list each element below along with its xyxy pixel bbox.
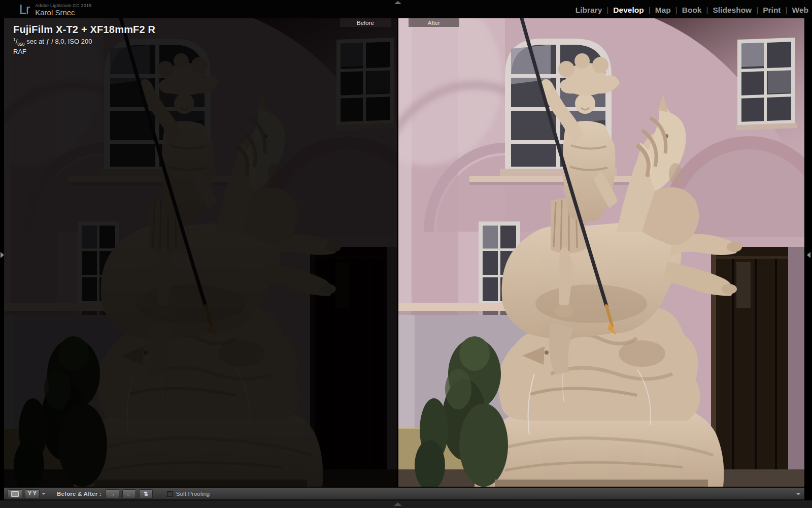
- before-image-panel[interactable]: FujiFilm X-T2 + XF18mmF2 R 1/850 sec at …: [4, 18, 397, 487]
- module-web[interactable]: Web: [792, 6, 808, 15]
- module-separator: |: [649, 6, 651, 15]
- module-separator: |: [756, 6, 758, 15]
- before-after-yy-icon: YY: [28, 491, 36, 496]
- module-print[interactable]: Print: [763, 6, 781, 15]
- module-separator: |: [606, 6, 608, 15]
- copy-after-settings-to-before-button[interactable]: ←: [122, 489, 136, 498]
- module-develop[interactable]: Develop: [613, 6, 644, 15]
- after-label-badge: After: [409, 18, 459, 27]
- before-after-view-button[interactable]: YY: [25, 489, 40, 498]
- module-library[interactable]: Library: [576, 6, 602, 15]
- exposure-info: 1/850 sec at ƒ / 8,0, ISO 200: [13, 37, 155, 47]
- after-photo: [398, 18, 804, 487]
- photo-info-overlay: FujiFilm X-T2 + XF18mmF2 R 1/850 sec at …: [13, 24, 155, 55]
- identity-plate: Lr Adobe Lightroom CC 2015 Karol Srnec: [19, 2, 91, 17]
- before-after-view-dropdown-icon[interactable]: [42, 493, 46, 495]
- collapse-top-panel-arrow-icon[interactable]: [394, 1, 401, 4]
- module-slideshow[interactable]: Slideshow: [713, 6, 752, 15]
- before-after-label: Before & After :: [57, 491, 101, 497]
- copy-before-settings-to-after-button[interactable]: →: [106, 489, 119, 498]
- before-label-badge: Before: [340, 18, 391, 27]
- app-title: Adobe Lightroom CC 2015: [35, 3, 91, 8]
- show-filmstrip-arrow-icon[interactable]: [394, 502, 402, 506]
- bottom-strip: [0, 500, 812, 508]
- swap-arrows-icon: ⇅: [144, 491, 148, 497]
- top-bar: Lr Adobe Lightroom CC 2015 Karol Srnec L…: [0, 0, 812, 18]
- show-left-panel-arrow-icon[interactable]: [1, 252, 4, 258]
- loupe-view-button[interactable]: [8, 489, 22, 498]
- module-separator: |: [675, 6, 678, 15]
- soft-proofing-label: Soft Proofing: [176, 491, 210, 497]
- identity-name: Karol Srnec: [35, 8, 91, 17]
- lightroom-logo: Lr: [19, 2, 29, 17]
- before-photo: [4, 18, 397, 487]
- show-right-panel-arrow-icon[interactable]: [807, 252, 810, 258]
- after-image-panel[interactable]: After: [398, 18, 804, 487]
- left-arrow-icon: ←: [126, 491, 132, 497]
- swap-before-after-button[interactable]: ⇅: [139, 489, 153, 498]
- before-after-stage: FujiFilm X-T2 + XF18mmF2 R 1/850 sec at …: [4, 18, 804, 487]
- soft-proofing-checkbox[interactable]: [167, 491, 173, 497]
- module-map[interactable]: Map: [655, 6, 671, 15]
- module-picker: Library | Develop | Map | Book | Slidesh…: [576, 6, 808, 15]
- camera-lens-info: FujiFilm X-T2 + XF18mmF2 R: [13, 24, 155, 36]
- loupe-view-icon: [11, 491, 19, 497]
- file-format-label: RAF: [13, 48, 155, 55]
- module-separator: |: [786, 6, 788, 15]
- toolbar-options-caret-icon[interactable]: [796, 493, 801, 495]
- soft-proofing-group: Soft Proofing: [167, 491, 210, 497]
- module-separator: |: [706, 6, 708, 15]
- develop-toolbar: YY Before & After : → ← ⇅ Soft Proofing: [4, 488, 804, 500]
- right-arrow-icon: →: [110, 491, 115, 497]
- module-book[interactable]: Book: [682, 6, 702, 15]
